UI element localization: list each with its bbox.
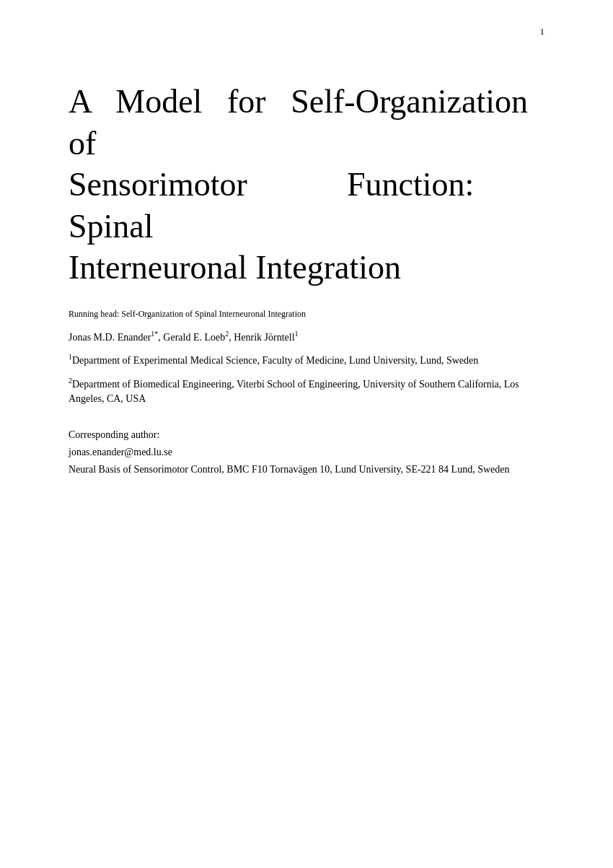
author3-name: Henrik Jörntell	[234, 331, 294, 342]
running-head: Running head: Self-Organization of Spina…	[69, 309, 544, 320]
running-head-text: Self-Organization of Spinal Interneurona…	[121, 309, 306, 319]
running-head-label: Running head:	[69, 309, 121, 319]
affiliation-2: 2Department of Biomedical Engineering, V…	[69, 375, 544, 407]
author2-sup: 2	[225, 330, 229, 338]
author2-name: Gerald E. Loeb	[163, 331, 225, 342]
corresponding-address: Neural Basis of Sensorimotor Control, BM…	[69, 461, 544, 478]
authors-line: Jonas M.D. Enander1*, Gerald E. Loeb2, H…	[69, 330, 544, 343]
affiliation1-text: Department of Experimental Medical Scien…	[72, 355, 478, 366]
affiliation2-text: Department of Biomedical Engineering, Vi…	[69, 378, 519, 404]
corresponding-section: Corresponding author: jonas.enander@med.…	[69, 426, 544, 478]
page-number: 1	[540, 26, 545, 38]
document-title: A Model for Self-Organization of Sensori…	[69, 81, 544, 289]
author3-sup: 1	[295, 330, 299, 338]
document-page: 1 A Model for Self-Organization of Senso…	[0, 0, 613, 868]
author1-name: Jonas M.D. Enander	[69, 331, 151, 342]
corresponding-label: Corresponding author:	[69, 426, 544, 444]
author1-sup: 1*	[151, 330, 158, 338]
affiliation-1: 1Department of Experimental Medical Scie…	[69, 351, 544, 368]
corresponding-email: jonas.enander@med.lu.se	[69, 444, 544, 461]
